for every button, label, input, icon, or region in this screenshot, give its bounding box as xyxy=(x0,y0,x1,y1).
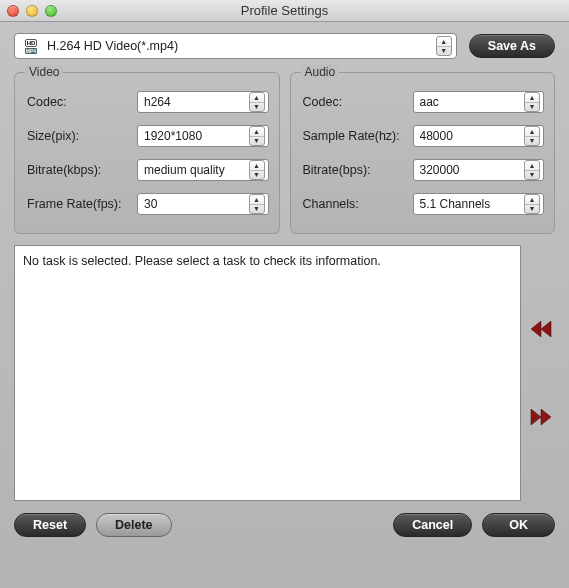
prev-button[interactable] xyxy=(529,320,553,338)
stepper-icon[interactable]: ▲▼ xyxy=(249,194,265,214)
format-icon: HDMP4 xyxy=(21,37,41,55)
profile-label: H.264 HD Video(*.mp4) xyxy=(47,39,436,53)
window-controls xyxy=(7,5,57,17)
delete-button[interactable]: Delete xyxy=(96,513,172,537)
audio-channels-label: Channels: xyxy=(303,197,413,211)
audio-bitrate-value: 320000 xyxy=(420,163,525,177)
video-framerate-label: Frame Rate(fps): xyxy=(27,197,137,211)
save-as-button[interactable]: Save As xyxy=(469,34,555,58)
video-bitrate-value: medium quality xyxy=(144,163,249,177)
video-title: Video xyxy=(25,65,63,79)
ok-button[interactable]: OK xyxy=(482,513,555,537)
stepper-icon[interactable]: ▲▼ xyxy=(524,92,540,112)
audio-group: Audio Codec: aac ▲▼ Sample Rate(hz): 480… xyxy=(290,72,556,234)
task-empty-message: No task is selected. Please select a tas… xyxy=(23,254,381,268)
reset-button[interactable]: Reset xyxy=(14,513,86,537)
stepper-icon[interactable]: ▲▼ xyxy=(524,160,540,180)
stepper-icon[interactable]: ▲▼ xyxy=(249,160,265,180)
double-left-icon xyxy=(529,321,553,337)
zoom-icon[interactable] xyxy=(45,5,57,17)
video-bitrate-select[interactable]: medium quality ▲▼ xyxy=(137,159,269,181)
svg-marker-3 xyxy=(541,409,551,425)
svg-marker-2 xyxy=(531,409,541,425)
audio-channels-value: 5.1 Channels xyxy=(420,197,525,211)
cancel-button[interactable]: Cancel xyxy=(393,513,472,537)
audio-bitrate-select[interactable]: 320000 ▲▼ xyxy=(413,159,545,181)
audio-codec-select[interactable]: aac ▲▼ xyxy=(413,91,545,113)
video-group: Video Codec: h264 ▲▼ Size(pix): 1920*108… xyxy=(14,72,280,234)
audio-samplerate-select[interactable]: 48000 ▲▼ xyxy=(413,125,545,147)
video-codec-value: h264 xyxy=(144,95,249,109)
svg-marker-0 xyxy=(531,321,541,337)
audio-codec-label: Codec: xyxy=(303,95,413,109)
stepper-icon[interactable]: ▲▼ xyxy=(524,194,540,214)
audio-channels-select[interactable]: 5.1 Channels ▲▼ xyxy=(413,193,545,215)
audio-codec-value: aac xyxy=(420,95,525,109)
video-size-select[interactable]: 1920*1080 ▲▼ xyxy=(137,125,269,147)
video-framerate-value: 30 xyxy=(144,197,249,211)
stepper-icon[interactable]: ▲▼ xyxy=(249,92,265,112)
stepper-icon[interactable]: ▲▼ xyxy=(524,126,540,146)
video-codec-label: Codec: xyxy=(27,95,137,109)
video-size-label: Size(pix): xyxy=(27,129,137,143)
titlebar: Profile Settings xyxy=(0,0,569,22)
audio-samplerate-value: 48000 xyxy=(420,129,525,143)
video-framerate-select[interactable]: 30 ▲▼ xyxy=(137,193,269,215)
nav-column xyxy=(527,245,555,501)
video-size-value: 1920*1080 xyxy=(144,129,249,143)
task-info-box: No task is selected. Please select a tas… xyxy=(14,245,521,501)
stepper-icon[interactable]: ▲▼ xyxy=(249,126,265,146)
double-right-icon xyxy=(529,409,553,425)
profile-select[interactable]: HDMP4 H.264 HD Video(*.mp4) ▲▼ xyxy=(14,33,457,59)
minimize-icon[interactable] xyxy=(26,5,38,17)
video-bitrate-label: Bitrate(kbps): xyxy=(27,163,137,177)
close-icon[interactable] xyxy=(7,5,19,17)
next-button[interactable] xyxy=(529,408,553,426)
video-codec-select[interactable]: h264 ▲▼ xyxy=(137,91,269,113)
audio-bitrate-label: Bitrate(bps): xyxy=(303,163,413,177)
audio-samplerate-label: Sample Rate(hz): xyxy=(303,129,413,143)
window-title: Profile Settings xyxy=(0,3,569,18)
svg-marker-1 xyxy=(541,321,551,337)
stepper-icon[interactable]: ▲▼ xyxy=(436,36,452,56)
audio-title: Audio xyxy=(301,65,340,79)
